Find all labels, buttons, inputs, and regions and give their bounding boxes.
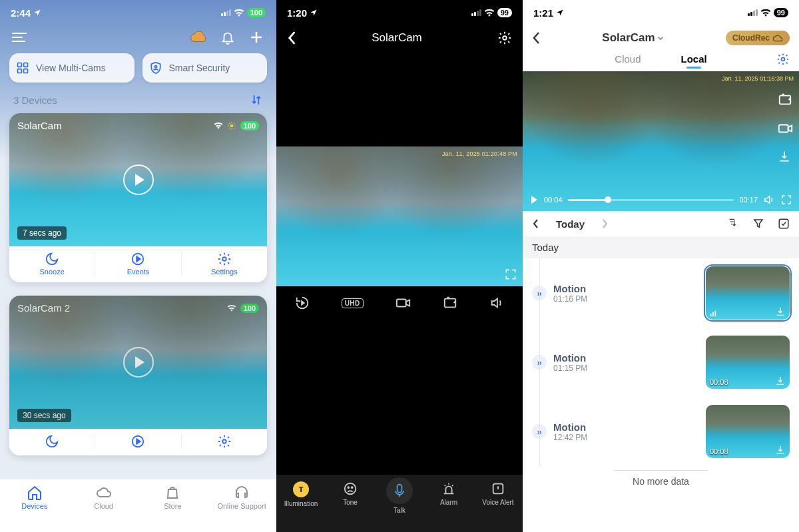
prev-day-icon[interactable] bbox=[532, 218, 539, 229]
section-header: Today bbox=[523, 236, 799, 258]
smart-security-button[interactable]: Smart Security bbox=[142, 53, 268, 83]
playback-video[interactable]: Jan. 11, 2025 01:16:38 PM 00:04 00:17 bbox=[523, 71, 799, 211]
status-bar: 1:20 99 bbox=[276, 0, 523, 25]
download-icon[interactable] bbox=[775, 445, 786, 455]
add-icon[interactable] bbox=[248, 29, 264, 45]
back-icon[interactable] bbox=[532, 31, 540, 45]
play-icon[interactable] bbox=[529, 195, 539, 204]
sort-icon[interactable] bbox=[727, 218, 739, 230]
bell-icon[interactable] bbox=[220, 30, 235, 45]
snooze-button[interactable]: Snooze bbox=[9, 252, 95, 276]
download-icon[interactable] bbox=[775, 376, 786, 386]
svg-point-15 bbox=[352, 487, 353, 488]
cell-signal-icon bbox=[221, 9, 231, 16]
camera-name: SolarCam 2 bbox=[17, 302, 70, 314]
menu-button[interactable] bbox=[12, 33, 27, 42]
tab-local[interactable]: Local bbox=[681, 53, 707, 65]
event-thumbnail[interactable] bbox=[706, 266, 790, 320]
snooze-button[interactable] bbox=[9, 434, 95, 449]
quality-badge[interactable]: UHD bbox=[342, 298, 364, 308]
voice-alert-button[interactable]: Voice Alert bbox=[473, 481, 523, 532]
back-icon[interactable] bbox=[287, 31, 296, 45]
bag-icon bbox=[164, 485, 180, 501]
fullscreen-icon[interactable] bbox=[504, 268, 517, 281]
svg-point-14 bbox=[348, 487, 349, 488]
live-bottom-bar: T Illumination Tone Talk Alarm Voice Ale… bbox=[276, 475, 523, 532]
label: Smart Security bbox=[169, 63, 230, 73]
location-icon bbox=[556, 9, 564, 17]
cloud-icon bbox=[772, 34, 783, 42]
svg-point-9 bbox=[222, 439, 226, 443]
illumination-button[interactable]: T Illumination bbox=[276, 481, 326, 532]
tab-cloud[interactable]: Cloud bbox=[615, 53, 641, 65]
replay-icon[interactable] bbox=[295, 296, 310, 310]
event-title: Motion bbox=[553, 421, 587, 433]
event-time: 01:16 PM bbox=[553, 294, 587, 304]
fullscreen-icon[interactable] bbox=[780, 194, 792, 206]
page-title[interactable]: SolarCam bbox=[540, 31, 726, 45]
nav-cloud[interactable]: Cloud bbox=[69, 485, 138, 532]
play-button[interactable] bbox=[123, 347, 154, 378]
svg-rect-1 bbox=[24, 63, 28, 67]
video-timestamp: Jan. 11, 2025 01:20:48 PM bbox=[442, 150, 517, 157]
page-title: SolarCam bbox=[296, 31, 497, 45]
event-duration: 00:08 bbox=[710, 447, 728, 455]
record-icon[interactable] bbox=[396, 296, 411, 310]
event-item[interactable]: » Motion 12:42 PM 00:08 bbox=[523, 397, 799, 466]
talk-button[interactable]: Talk bbox=[375, 481, 424, 532]
download-icon[interactable] bbox=[778, 150, 791, 163]
settings-button[interactable] bbox=[182, 434, 267, 449]
last-seen: 30 secs ago bbox=[17, 409, 71, 422]
speaker-icon[interactable] bbox=[763, 194, 775, 206]
battery-badge: 100 bbox=[240, 121, 259, 131]
nav-devices[interactable]: Devices bbox=[0, 485, 69, 532]
view-multicams-button[interactable]: View Multi-Cams bbox=[9, 53, 134, 83]
live-video[interactable]: Jan. 11, 2025 01:20:48 PM bbox=[276, 146, 523, 286]
events-button[interactable] bbox=[95, 434, 181, 449]
cloudrec-badge[interactable]: CloudRec bbox=[726, 31, 790, 45]
gear-icon[interactable] bbox=[497, 31, 512, 45]
event-thumbnail[interactable]: 00:08 bbox=[706, 405, 790, 458]
device-count: 3 Devices bbox=[13, 95, 57, 106]
speaker-icon[interactable] bbox=[489, 296, 504, 310]
screenshot-icon[interactable] bbox=[778, 93, 792, 107]
live-view-screen: 1:20 99 SolarCam Jan. 11, 2025 01:20:48 … bbox=[276, 0, 523, 532]
tone-button[interactable]: Tone bbox=[326, 481, 375, 532]
location-icon bbox=[310, 9, 318, 17]
playback-screen: 1:21 99 SolarCam CloudRec Cloud Local Ja… bbox=[523, 0, 799, 532]
progress-track[interactable] bbox=[568, 199, 734, 201]
screenshot-icon[interactable] bbox=[443, 296, 457, 310]
settings-button[interactable]: Settings bbox=[182, 252, 267, 276]
gear-icon[interactable] bbox=[776, 53, 790, 66]
alert-icon bbox=[491, 481, 505, 496]
card-actions bbox=[9, 429, 267, 455]
status-bar: 2:44 100 bbox=[0, 0, 276, 25]
scrub-bar[interactable]: 00:04 00:17 bbox=[529, 194, 792, 206]
card-actions: Snooze Events Settings bbox=[9, 246, 267, 282]
nav-store[interactable]: Store bbox=[138, 485, 208, 532]
nav-support[interactable]: Online Support bbox=[207, 485, 276, 532]
event-thumbnail[interactable]: 00:08 bbox=[706, 336, 790, 389]
play-button[interactable] bbox=[123, 164, 154, 195]
record-icon[interactable] bbox=[778, 122, 794, 135]
event-duration bbox=[710, 310, 716, 317]
sort-icon[interactable] bbox=[250, 93, 263, 107]
bars-icon bbox=[710, 310, 716, 317]
event-item[interactable]: » Motion 01:15 PM 00:08 bbox=[523, 328, 799, 397]
event-item[interactable]: » Motion 01:16 PM bbox=[523, 258, 799, 328]
alarm-button[interactable]: Alarm bbox=[424, 481, 473, 532]
svg-rect-2 bbox=[18, 69, 22, 73]
download-icon[interactable] bbox=[775, 306, 786, 317]
cloud-icon[interactable] bbox=[190, 31, 207, 44]
camera-thumbnail[interactable]: SolarCam 2 100 30 secs ago bbox=[9, 296, 267, 429]
camera-thumbnail[interactable]: SolarCam 100 7 secs ago bbox=[9, 113, 267, 246]
next-day-icon[interactable] bbox=[602, 218, 609, 229]
filter-icon[interactable] bbox=[752, 218, 764, 230]
camera-card[interactable]: SolarCam 2 100 30 secs ago bbox=[9, 296, 267, 455]
chevron-down-icon bbox=[657, 36, 664, 41]
svg-rect-3 bbox=[24, 69, 28, 73]
camera-card[interactable]: SolarCam 100 7 secs ago Snooze Events bbox=[9, 113, 267, 282]
date-label[interactable]: Today bbox=[556, 218, 585, 230]
events-button[interactable]: Events bbox=[95, 252, 181, 276]
select-all-icon[interactable] bbox=[778, 218, 790, 230]
